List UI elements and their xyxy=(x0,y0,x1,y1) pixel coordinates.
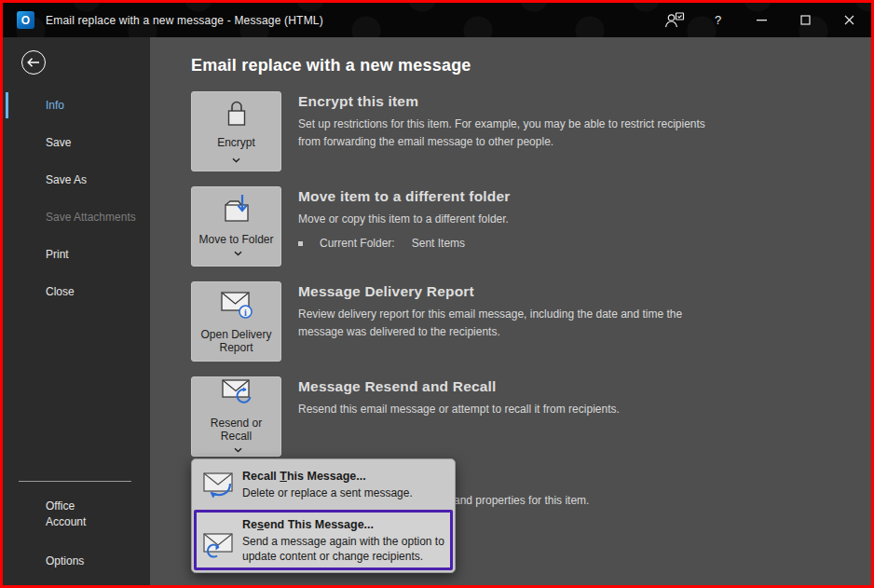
section-heading: Message Resend and Recall xyxy=(298,378,620,395)
encrypt-button[interactable]: Encrypt xyxy=(191,91,281,171)
move-to-folder-button-label: Move to Folder xyxy=(198,233,273,246)
move-to-folder-button[interactable]: Move to Folder xyxy=(191,186,281,267)
section-text: Move item to a different folder Move or … xyxy=(298,186,511,267)
svg-text:i: i xyxy=(244,308,247,318)
menu-item-title: Resend This Message... xyxy=(242,516,445,531)
chevron-down-icon xyxy=(234,246,242,259)
square-bullet-icon xyxy=(298,241,303,246)
app-window: O Email replace with a new message - Mes… xyxy=(0,0,874,588)
window-title: Email replace with a new message - Messa… xyxy=(46,14,323,27)
resend-recall-dropdown-menu: Recall This Message... Delete or replace… xyxy=(191,458,456,573)
backstage-view: Info Save Save As Save Attachments Print… xyxy=(3,37,871,585)
sidebar-item-save[interactable]: Save xyxy=(3,124,150,161)
menu-item-description: Send a message again with the option to … xyxy=(242,534,445,564)
section-description: Review delivery report for this email me… xyxy=(298,306,725,341)
chevron-down-icon xyxy=(234,443,242,456)
sidebar-item-print[interactable]: Print xyxy=(3,236,150,273)
section-heading: Move item to a different folder xyxy=(298,188,511,205)
sidebar-item-info[interactable]: Info xyxy=(3,87,150,124)
resend-or-recall-button-label: Resend or Recall xyxy=(194,417,279,444)
section-move-to-folder: Move to Folder Move item to a different … xyxy=(191,186,871,267)
info-pane: Email replace with a new message Encrypt xyxy=(150,37,871,585)
section-description: Move or copy this item to a different fo… xyxy=(298,211,511,228)
close-button[interactable] xyxy=(827,3,871,37)
sidebar-item-save-attachments[interactable]: Save Attachments xyxy=(3,198,150,236)
resend-recall-icon xyxy=(218,376,255,411)
menu-item-text: Recall This Message... Delete or replace… xyxy=(242,468,413,503)
resend-or-recall-button[interactable]: Resend or Recall xyxy=(191,376,281,457)
help-button[interactable]: ? xyxy=(696,3,740,37)
page-title: Email replace with a new message xyxy=(191,56,871,75)
resend-message-icon xyxy=(201,516,242,564)
properties-description-fragment: and properties for this item. xyxy=(454,494,589,507)
info-sections: Encrypt Encrypt this item Set up restric… xyxy=(191,91,871,457)
titlebar: O Email replace with a new message - Mes… xyxy=(3,3,871,37)
menu-item-recall-this-message[interactable]: Recall This Message... Delete or replace… xyxy=(194,461,453,510)
section-text: Encrypt this item Set up restrictions fo… xyxy=(298,91,725,171)
back-button[interactable] xyxy=(21,50,46,75)
encrypt-button-label: Encrypt xyxy=(217,136,255,149)
section-heading: Message Delivery Report xyxy=(298,283,725,300)
minimize-button[interactable] xyxy=(740,3,784,37)
section-text: Message Resend and Recall Resend this em… xyxy=(298,376,620,457)
sidebar-spacer xyxy=(3,310,150,481)
maximize-button[interactable] xyxy=(784,3,827,37)
backstage-nav: Info Save Save As Save Attachments Print… xyxy=(3,87,150,310)
delivery-report-icon: i xyxy=(218,288,255,322)
sidebar-item-close[interactable]: Close xyxy=(3,273,150,310)
open-delivery-report-button[interactable]: i Open Delivery Report xyxy=(191,281,281,362)
section-encrypt: Encrypt Encrypt this item Set up restric… xyxy=(191,91,871,171)
current-folder-row: Current Folder: Sent Items xyxy=(298,237,511,250)
open-delivery-report-button-label: Open Delivery Report xyxy=(194,328,279,355)
move-to-folder-icon xyxy=(220,193,253,227)
outlook-logo-icon: O xyxy=(17,11,34,29)
backstage-sidebar: Info Save Save As Save Attachments Print… xyxy=(3,37,150,585)
section-heading: Encrypt this item xyxy=(298,93,725,110)
chevron-down-icon xyxy=(232,153,240,166)
current-folder-value: Sent Items xyxy=(412,237,465,250)
section-text: Message Delivery Report Review delivery … xyxy=(298,281,725,362)
section-description: Set up restrictions for this item. For e… xyxy=(298,116,725,151)
section-resend-recall: Resend or Recall Message Resend and Reca… xyxy=(191,376,871,457)
sidebar-item-save-as[interactable]: Save As xyxy=(3,161,150,198)
lock-icon xyxy=(222,97,252,131)
help-icon: ? xyxy=(715,13,721,27)
menu-item-title: Recall This Message... xyxy=(242,468,413,483)
menu-item-description: Delete or replace a sent message. xyxy=(242,485,413,500)
coming-soon-person-icon[interactable] xyxy=(652,3,696,37)
sidebar-item-options[interactable]: Options xyxy=(3,529,150,585)
recall-message-icon xyxy=(201,468,242,503)
menu-item-resend-this-message[interactable]: Resend This Message... Send a message ag… xyxy=(194,510,453,570)
section-description: Resend this email message or attempt to … xyxy=(298,401,620,418)
current-folder-label: Current Folder: xyxy=(320,237,395,250)
menu-item-text: Resend This Message... Send a message ag… xyxy=(242,516,445,564)
section-delivery-report: i Open Delivery Report Message Delivery … xyxy=(191,281,871,362)
sidebar-item-office-account[interactable]: Office Account xyxy=(3,482,115,528)
